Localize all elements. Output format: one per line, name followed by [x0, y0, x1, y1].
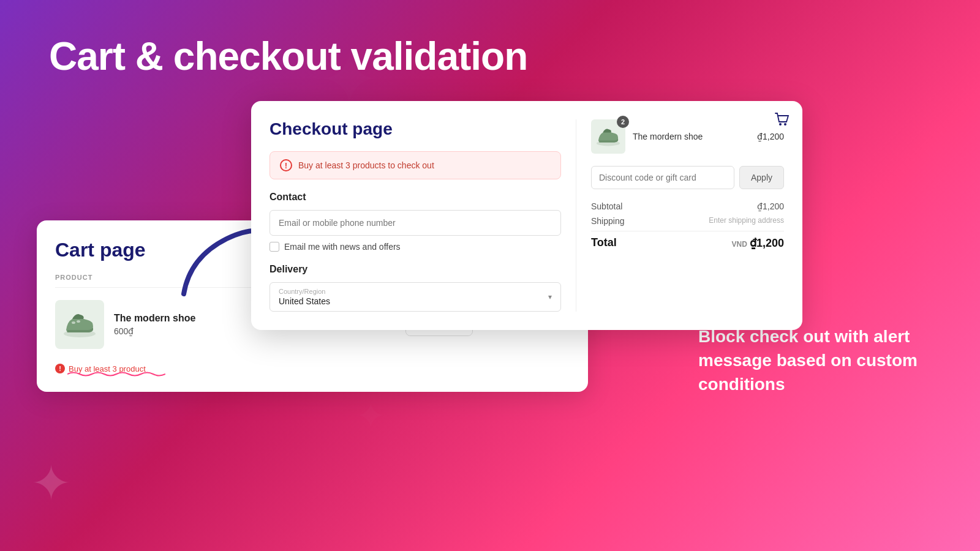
- country-select-label: Country/Region: [279, 288, 552, 295]
- contact-label: Contact: [270, 192, 561, 203]
- right-text-block: Block check out with alert message based…: [698, 324, 931, 397]
- col-product: PRODUCT: [55, 274, 92, 281]
- subtotal-label: Subtotal: [591, 201, 622, 211]
- subtotal-value: ₫1,200: [757, 201, 784, 211]
- total-value: ₫1,200: [750, 236, 784, 250]
- svg-point-2: [72, 321, 75, 324]
- apply-button[interactable]: Apply: [739, 166, 784, 189]
- checkout-error-banner: ! Buy at least 3 products to check out: [270, 151, 561, 179]
- delivery-label: Delivery: [270, 264, 561, 275]
- error-circle-icon: !: [280, 159, 292, 171]
- checkout-product-row: 2 The mordern shoe ₫1,200: [591, 119, 784, 154]
- newsletter-row: Email me with news and offers: [270, 242, 561, 252]
- checkout-title: Checkout page: [270, 119, 561, 139]
- currency-label: VND: [732, 240, 747, 249]
- checkout-product-thumbnail: 2: [591, 119, 625, 154]
- error-dot-icon: !: [55, 364, 65, 373]
- country-select-value: United States: [279, 296, 552, 306]
- checkout-right-panel: 2 The mordern shoe ₫1,200 Apply Subtotal…: [576, 119, 784, 312]
- shipping-row: Shipping Enter shipping address: [591, 216, 784, 226]
- star-decoration-1: ✦: [31, 459, 72, 508]
- checkout-left-panel: Checkout page ! Buy at least 3 products …: [270, 119, 561, 312]
- total-row: Total VND ₫1,200: [591, 231, 784, 250]
- discount-input[interactable]: [591, 166, 734, 189]
- shoe-icon: [61, 309, 98, 340]
- shipping-label: Shipping: [591, 216, 625, 226]
- subtotal-row: Subtotal ₫1,200: [591, 201, 784, 211]
- newsletter-checkbox[interactable]: [270, 242, 279, 252]
- newsletter-label: Email me with news and offers: [284, 242, 401, 252]
- checkout-error-text: Buy at least 3 products to check out: [298, 160, 434, 170]
- checkout-page-card: Checkout page ! Buy at least 3 products …: [251, 101, 802, 330]
- cart-product-image: [55, 300, 104, 349]
- svg-point-6: [784, 123, 786, 126]
- chevron-down-icon: ▾: [548, 293, 552, 301]
- page-title: Cart & checkout validation: [49, 34, 527, 79]
- checkout-shoe-icon: [595, 125, 622, 148]
- squiggle-decoration: [67, 370, 165, 378]
- product-quantity-badge: 2: [617, 116, 629, 128]
- checkout-product-price: ₫1,200: [757, 132, 784, 141]
- email-input[interactable]: [270, 210, 561, 236]
- discount-row: Apply: [591, 166, 784, 189]
- total-value-wrap: VND ₫1,200: [732, 236, 784, 250]
- checkout-product-name: The mordern shoe: [633, 132, 750, 141]
- star-decoration-2: ✦: [355, 398, 386, 435]
- svg-point-3: [77, 320, 80, 323]
- country-select[interactable]: Country/Region United States ▾: [270, 282, 561, 312]
- shipping-value: Enter shipping address: [709, 216, 784, 226]
- total-label: Total: [591, 236, 617, 250]
